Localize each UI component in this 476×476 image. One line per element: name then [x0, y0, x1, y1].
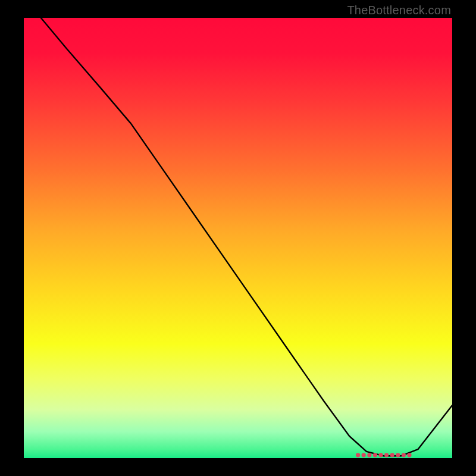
chart-frame: TheBottleneck.com — [0, 0, 476, 476]
trough-marker — [367, 453, 371, 457]
plot-area — [24, 18, 452, 458]
trough-marker — [407, 453, 411, 457]
trough-marker — [356, 453, 360, 457]
trough-marker — [402, 453, 406, 457]
trough-marker — [384, 453, 389, 457]
chart-svg — [24, 18, 452, 458]
trough-marker — [378, 453, 383, 457]
trough-marker — [373, 453, 377, 457]
attribution-text: TheBottleneck.com — [347, 4, 451, 17]
trough-marker — [396, 453, 400, 457]
trough-marker — [362, 453, 366, 457]
curve-line — [41, 18, 452, 456]
trough-marker — [390, 453, 394, 457]
